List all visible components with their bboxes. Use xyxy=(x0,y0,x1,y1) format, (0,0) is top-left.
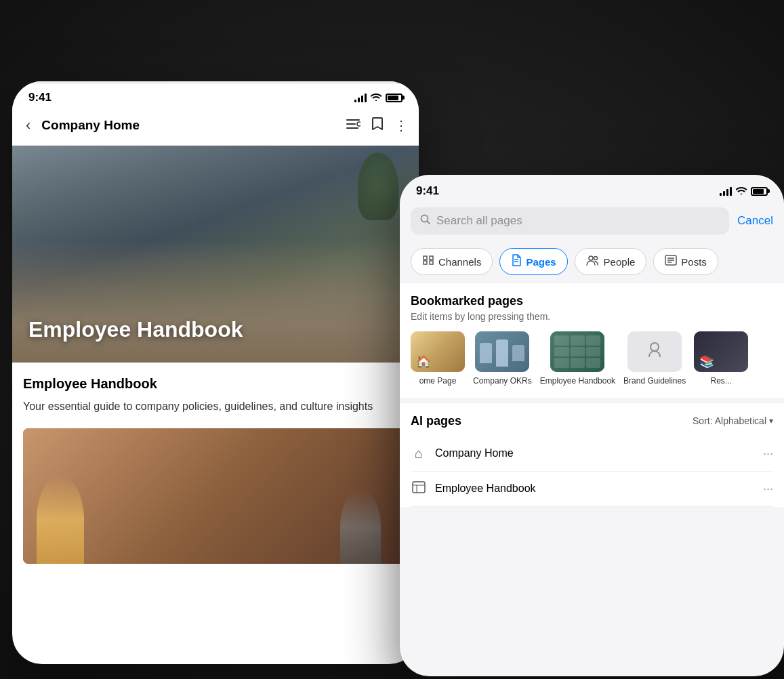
all-pages-section: Al pages Sort: Alphabetical ▾ ⌂ Company … xyxy=(400,398,784,507)
posts-icon xyxy=(665,255,677,268)
f-signal-bar-4 xyxy=(730,187,732,196)
chevron-down-icon: ▾ xyxy=(769,416,773,426)
svg-point-9 xyxy=(594,257,597,260)
handbook-list-name: Employee Handbook xyxy=(435,482,755,495)
status-icons-front xyxy=(720,186,768,197)
f-signal-bar-3 xyxy=(726,189,728,196)
bookmarks-subtitle: Edit items by long pressing them. xyxy=(411,311,773,322)
all-pages-header: Al pages Sort: Alphabetical ▾ xyxy=(411,414,773,428)
bookmark-okrs[interactable]: Company OKRs xyxy=(473,331,532,387)
bookmark-handbook[interactable]: Employee Handbook xyxy=(540,331,615,387)
battery-icon-back xyxy=(386,94,403,102)
handbook-more-icon[interactable]: ··· xyxy=(763,482,773,496)
battery-fill-front xyxy=(753,189,764,194)
f-signal-bar-2 xyxy=(723,191,725,196)
pages-icon xyxy=(511,254,522,269)
hero-image: Employee Handbook xyxy=(12,146,419,363)
back-button[interactable]: ‹ xyxy=(23,114,33,137)
svg-point-14 xyxy=(651,343,659,351)
signal-bars-back xyxy=(354,93,367,102)
bookmarks-row: 🏠 ome Page Company OKRs xyxy=(411,331,773,392)
status-bar-back: 9:41 xyxy=(12,81,419,108)
outline-icon[interactable] xyxy=(346,118,360,133)
brand-thumb-icon xyxy=(645,340,664,363)
bookmark-home[interactable]: 🏠 ome Page xyxy=(411,331,465,387)
nav-icons: ⋮ xyxy=(346,117,408,135)
phone-front: 9:41 Search all pages Cancel xyxy=(400,175,784,676)
svg-line-5 xyxy=(428,222,430,224)
second-image xyxy=(23,428,408,564)
handbook-list-icon xyxy=(411,481,427,497)
page-list-item-handbook[interactable]: Employee Handbook ··· xyxy=(411,472,773,507)
bookmark-brand[interactable]: Brand Guidelines xyxy=(623,331,686,387)
content-desc: Your essential guide to company policies… xyxy=(23,398,408,415)
bookmark-handbook-label: Employee Handbook xyxy=(540,376,615,387)
bookmark-okrs-label: Company OKRs xyxy=(473,376,532,387)
svg-point-3 xyxy=(357,122,360,126)
search-input-wrap[interactable]: Search all pages xyxy=(411,207,729,234)
battery-fill-back xyxy=(388,96,398,100)
signal-bar-3 xyxy=(361,96,363,102)
bookmark-home-label: ome Page xyxy=(419,376,457,387)
company-home-icon: ⌂ xyxy=(411,446,427,461)
thumb-res: 📚 xyxy=(694,331,748,372)
sort-button[interactable]: Sort: Alphabetical ▾ xyxy=(693,415,773,426)
cancel-button[interactable]: Cancel xyxy=(737,214,773,228)
tab-posts-label: Posts xyxy=(681,256,707,268)
filter-tabs: Channels Pages People Posts xyxy=(400,243,784,283)
company-home-name: Company Home xyxy=(435,447,755,459)
handbook-grid xyxy=(550,331,604,372)
status-bar-front: 9:41 xyxy=(400,175,784,202)
tab-people-label: People xyxy=(604,256,636,268)
tab-pages[interactable]: Pages xyxy=(499,248,567,275)
home-thumb-detail: 🏠 xyxy=(416,354,431,369)
thumb-okrs xyxy=(475,331,529,372)
signal-bar-1 xyxy=(354,100,356,102)
tab-channels[interactable]: Channels xyxy=(411,248,493,275)
tab-pages-label: Pages xyxy=(526,256,556,268)
nav-title-back: Company Home xyxy=(41,118,337,133)
more-icon[interactable]: ⋮ xyxy=(394,117,408,133)
search-placeholder-text: Search all pages xyxy=(436,214,522,228)
status-icons-back xyxy=(354,92,403,103)
tab-people[interactable]: People xyxy=(575,248,647,275)
bookmark-res-label: Res... xyxy=(711,376,732,387)
page-list-item-company-home[interactable]: ⌂ Company Home ··· xyxy=(411,436,773,472)
f-signal-bar-1 xyxy=(720,193,722,196)
signal-bar-4 xyxy=(365,94,367,102)
people-icon xyxy=(586,255,600,268)
signal-bars-front xyxy=(720,186,732,196)
channels-icon xyxy=(422,255,434,268)
bookmarks-title-prefix: B xyxy=(411,294,419,308)
thumb-home: 🏠 xyxy=(411,331,465,372)
hero-title: Employee Handbook xyxy=(28,317,403,342)
bookmark-brand-label: Brand Guidelines xyxy=(623,376,686,387)
sort-label: Sort: Alphabetical xyxy=(693,415,766,426)
wifi-icon-front xyxy=(736,186,747,197)
svg-point-8 xyxy=(589,256,593,260)
person-left xyxy=(37,476,84,564)
page-content: Employee Handbook Your essential guide t… xyxy=(12,363,419,577)
signal-bar-2 xyxy=(358,98,360,102)
status-time-front: 9:41 xyxy=(416,184,439,198)
search-bar-area: Search all pages Cancel xyxy=(400,202,784,243)
nav-bar-back: ‹ Company Home ⋮ xyxy=(12,108,419,146)
bookmark-res[interactable]: 📚 Res... xyxy=(694,331,748,387)
wifi-icon-back xyxy=(371,92,381,103)
search-icon xyxy=(420,214,431,228)
battery-icon-front xyxy=(751,187,768,196)
content-title: Employee Handbook xyxy=(23,376,408,392)
svg-rect-15 xyxy=(413,482,425,493)
phone-back: 9:41 ‹ Company Home xyxy=(12,81,419,664)
status-time-back: 9:41 xyxy=(28,91,51,104)
tab-channels-label: Channels xyxy=(438,256,481,268)
person-right xyxy=(340,489,381,564)
bookmarked-section: Bookmarked pages Edit items by long pres… xyxy=(400,283,784,398)
thumb-handbook xyxy=(550,331,604,372)
tab-posts[interactable]: Posts xyxy=(653,248,718,275)
company-home-more-icon[interactable]: ··· xyxy=(763,447,773,461)
bookmarks-title: Bookmarked pages xyxy=(411,294,773,308)
thumb-brand xyxy=(627,331,682,372)
all-pages-title: Al pages xyxy=(411,414,461,428)
bookmark-icon[interactable] xyxy=(371,117,384,135)
